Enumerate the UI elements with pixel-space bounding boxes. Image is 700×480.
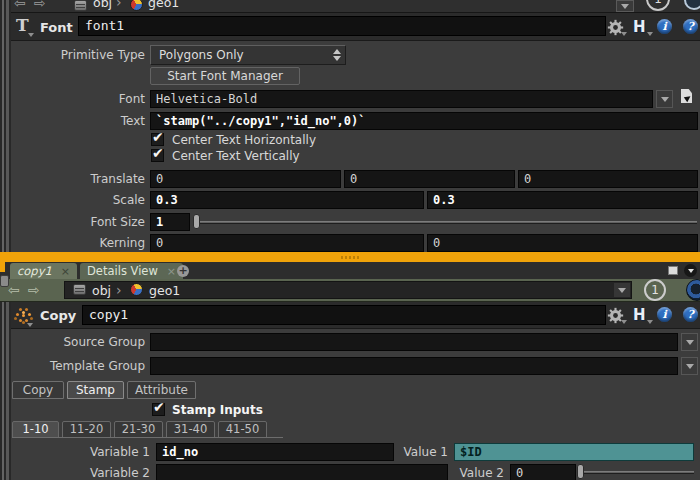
font-input[interactable]: Helvetica-Bold [150, 90, 653, 108]
source-group-dropdown-button[interactable] [681, 333, 698, 351]
houdini-window: ⇦ ⇨ obj › geo1 1 T Font font1 H i ? Prim… [0, 0, 700, 480]
font-size-slider-track[interactable] [197, 221, 697, 224]
close-tab-icon[interactable]: × [167, 265, 176, 278]
breadcrumb-obj[interactable]: obj [92, 283, 111, 298]
translate-label: Translate [10, 170, 145, 188]
start-font-manager-button[interactable]: Start Font Manager [150, 67, 300, 85]
variable2-input[interactable] [156, 464, 448, 480]
value2-input[interactable]: 0 [510, 464, 576, 480]
tab-range-41-50[interactable]: 41-50 [218, 421, 267, 438]
houdini-handle-icon[interactable]: H [633, 306, 646, 324]
font-node-type-icon[interactable]: T [16, 15, 29, 35]
gear-icon[interactable] [607, 19, 624, 39]
forward-arrow-icon[interactable]: ⇨ [34, 0, 46, 10]
back-arrow-icon[interactable]: ⇦ [14, 0, 26, 10]
help-icon[interactable]: ? [683, 307, 698, 322]
pane-splitter[interactable] [0, 252, 700, 262]
scale-y-input[interactable]: 0.3 [427, 191, 698, 209]
top-path-strip: ⇦ ⇨ obj › geo1 1 [0, 0, 700, 13]
dropdown-spinner-icon [333, 49, 341, 61]
tab-range-21-30[interactable]: 21-30 [114, 421, 163, 438]
path-dropdown-button[interactable] [614, 283, 630, 297]
center-horizontal-label: Center Text Horizontally [172, 133, 316, 147]
forward-arrow-icon[interactable]: ⇨ [28, 283, 40, 297]
font-node-header: T Font font1 H i ? [0, 13, 700, 41]
font-dropdown-button[interactable] [656, 90, 673, 108]
kerning-y-input[interactable]: 0 [427, 234, 698, 252]
breadcrumb-obj[interactable]: obj [93, 0, 112, 10]
center-vertical-checkbox[interactable]: ✔ [151, 149, 164, 162]
font-node-type-label: Font [40, 20, 73, 35]
tab-attribute[interactable]: Attribute [127, 381, 196, 399]
breadcrumb-geo1[interactable]: geo1 [149, 283, 180, 298]
path-field[interactable]: obj › geo1 [64, 281, 632, 299]
input-count-badge[interactable]: 1 [646, 0, 670, 11]
pane-scrollbar[interactable] [0, 0, 11, 252]
scale-x-input[interactable]: 0.3 [150, 191, 424, 209]
font-file-chooser-icon[interactable] [679, 89, 695, 106]
splitter-grip-icon [341, 256, 359, 259]
tab-range-1-10[interactable]: 1-10 [12, 421, 59, 438]
value2-slider-handle[interactable] [577, 464, 584, 479]
primitive-type-dropdown[interactable]: Polygons Only [150, 45, 346, 65]
translate-z-input[interactable]: 0 [518, 170, 698, 188]
help-icon[interactable]: ? [683, 19, 698, 34]
node-type-menu-arrow-icon [28, 33, 34, 37]
gear-menu-arrow-icon [621, 32, 627, 36]
geo1-icon [130, 0, 143, 11]
network-path-bar: ⇦ ⇨ obj › geo1 1 [0, 279, 700, 302]
maximize-pane-icon[interactable] [668, 266, 678, 275]
value2-label: Value 2 [452, 464, 504, 480]
font-node-name-input[interactable]: font1 [78, 16, 606, 36]
breadcrumb-geo1[interactable]: geo1 [148, 0, 179, 10]
tab-stamp[interactable]: Stamp [67, 381, 124, 399]
source-group-label: Source Group [10, 333, 145, 351]
pane-tab-details-view[interactable]: Details View× [80, 263, 183, 279]
houdini-handle-icon[interactable]: H [633, 18, 646, 36]
scrollbar-button[interactable] [0, 275, 9, 287]
kerning-x-input[interactable]: 0 [150, 234, 424, 252]
gear-menu-arrow-icon [621, 320, 627, 324]
translate-x-input[interactable]: 0 [150, 170, 341, 188]
check-icon: ✔ [152, 129, 164, 145]
font-label: Font [10, 90, 145, 108]
gear-icon[interactable] [607, 307, 624, 327]
tab-copy[interactable]: Copy [12, 381, 64, 399]
radial-menu-icon[interactable] [686, 279, 700, 301]
translate-y-input[interactable]: 0 [344, 170, 515, 188]
pane-scrollbar[interactable] [0, 302, 11, 480]
pane-tab-copy1[interactable]: copy1× [10, 263, 77, 279]
obj-icon [74, 0, 87, 11]
input-count-badge[interactable]: 1 [644, 279, 666, 301]
close-tab-icon[interactable]: × [61, 265, 70, 278]
path-dropdown-button[interactable] [616, 0, 634, 12]
template-group-input[interactable] [150, 357, 678, 375]
add-tab-button[interactable]: + [177, 265, 189, 277]
radial-menu-icon[interactable] [684, 0, 700, 10]
font-size-slider-handle[interactable] [193, 214, 200, 229]
breadcrumb-separator: › [116, 282, 122, 298]
info-icon[interactable]: i [657, 307, 672, 322]
font-size-input[interactable]: 1 [150, 213, 190, 231]
center-vertical-label: Center Text Vertically [172, 149, 300, 163]
info-icon[interactable]: i [657, 19, 672, 34]
copy-node-type-icon[interactable] [14, 306, 32, 324]
copy-node-name-input[interactable]: copy1 [82, 305, 606, 325]
back-arrow-icon[interactable]: ⇦ [8, 283, 20, 297]
pane-menu-icon[interactable] [684, 264, 697, 277]
stamp-inputs-label: Stamp Inputs [172, 403, 263, 417]
text-expression-input[interactable]: `stamp("../copy1","id_no",0)` [150, 112, 698, 130]
variable2-label: Variable 2 [10, 464, 150, 480]
value2-slider-track[interactable] [584, 471, 694, 474]
template-group-dropdown-button[interactable] [681, 357, 698, 375]
variable1-input[interactable]: id_no [156, 443, 394, 461]
obj-icon [73, 284, 86, 295]
stamp-inputs-checkbox[interactable]: ✔ [152, 403, 165, 416]
handle-menu-arrow-icon [647, 320, 653, 324]
kerning-label: Kerning [10, 234, 145, 252]
tab-range-11-20[interactable]: 11-20 [62, 421, 111, 438]
source-group-input[interactable] [150, 333, 678, 351]
value1-input[interactable]: $ID [454, 443, 694, 461]
check-icon: ✔ [152, 145, 164, 161]
tab-range-31-40[interactable]: 31-40 [166, 421, 215, 438]
